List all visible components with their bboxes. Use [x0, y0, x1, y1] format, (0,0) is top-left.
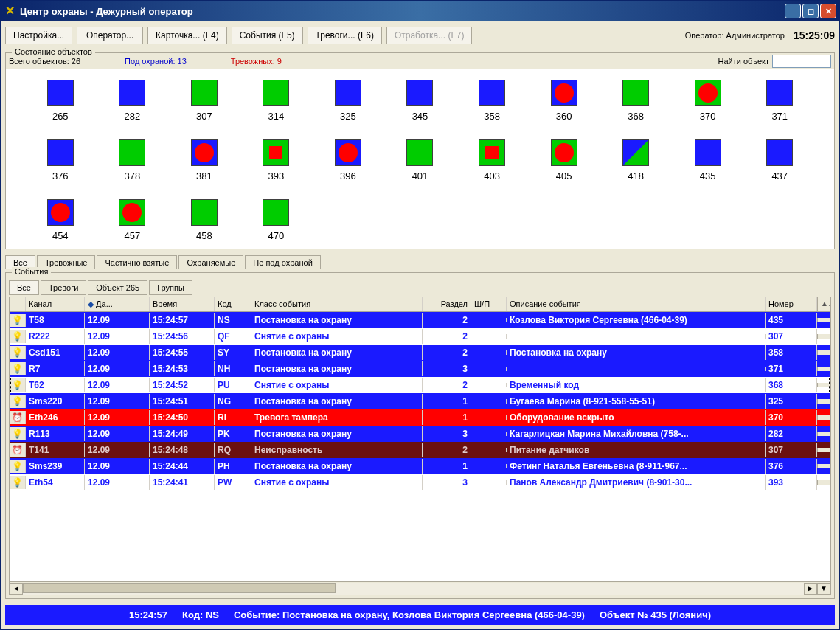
scroll-left-button[interactable]: ◄: [10, 583, 23, 595]
alarm-clock-icon: ⏰: [12, 412, 23, 423]
cell-class: Снятие с охраны: [251, 378, 423, 392]
col-code-header[interactable]: Код: [215, 297, 251, 311]
event-row[interactable]: 💡Csd15112.0915:24:55SYПостановка на охра…: [10, 345, 830, 361]
cell-desc: [507, 367, 766, 371]
vscroll-gutter[interactable]: [817, 318, 830, 322]
object-376[interactable]: 376: [28, 139, 93, 181]
event-tab-2[interactable]: Объект 265: [88, 280, 147, 295]
object-number-label: 401: [412, 170, 428, 181]
object-454[interactable]: 454: [28, 199, 93, 241]
object-square-icon: [766, 80, 793, 106]
event-row[interactable]: 💡R22212.0915:24:56QFСнятие с охраны2307: [10, 328, 830, 345]
object-number-label: 393: [268, 170, 285, 181]
event-row[interactable]: ⏰Eth24612.0915:24:50RIТревога тампера1Об…: [10, 409, 830, 426]
vscroll-gutter[interactable]: [817, 480, 830, 485]
object-360[interactable]: 360: [532, 80, 597, 122]
cell-desc: [507, 334, 766, 339]
horizontal-scrollbar[interactable]: ◄ ► ▼: [10, 581, 830, 595]
object-tab-4[interactable]: Не под охраной: [245, 255, 321, 269]
close-button[interactable]: ✕: [820, 4, 836, 18]
scroll-down-button[interactable]: ▼: [817, 583, 830, 595]
scroll-up-button[interactable]: ▲: [817, 297, 830, 311]
event-tab-0[interactable]: Все: [9, 280, 39, 295]
object-371[interactable]: 371: [747, 80, 812, 122]
event-row[interactable]: 💡Sms22012.0915:24:51NGПостановка на охра…: [10, 393, 830, 409]
vscroll-gutter[interactable]: [817, 464, 830, 468]
vscroll-gutter[interactable]: [817, 367, 830, 371]
vscroll-gutter[interactable]: [817, 399, 830, 404]
object-368[interactable]: 368: [603, 80, 668, 122]
titlebar: ✕ Центр охраны - Дежурный оператор _ ◻ ✕: [1, 1, 839, 21]
event-tab-3[interactable]: Группы: [149, 280, 192, 295]
vscroll-gutter[interactable]: [817, 334, 830, 339]
object-470[interactable]: 470: [244, 199, 309, 241]
cell-section: 2: [423, 313, 471, 328]
scroll-thumb[interactable]: [23, 583, 336, 593]
object-number-label: 360: [556, 111, 572, 122]
object-393[interactable]: 393: [244, 139, 309, 181]
object-403[interactable]: 403: [459, 139, 524, 181]
object-457[interactable]: 457: [100, 199, 165, 241]
cell-channel: T58: [26, 313, 85, 328]
operator-label: Оператор: Администратор: [685, 31, 785, 40]
scroll-right-button[interactable]: ►: [804, 583, 817, 595]
event-row[interactable]: 💡T6212.0915:24:52PUСнятие с охраны2Време…: [10, 377, 830, 393]
col-section-header[interactable]: Раздел: [423, 297, 471, 311]
object-325[interactable]: 325: [316, 80, 381, 122]
col-class-header[interactable]: Класс события: [251, 297, 423, 311]
maximize-button[interactable]: ◻: [802, 4, 819, 18]
events-groupbox: События ВсеТревогиОбъект 265Группы Канал…: [5, 272, 835, 599]
object-435[interactable]: 435: [676, 139, 740, 181]
event-tab-1[interactable]: Тревоги: [41, 280, 86, 295]
vscroll-gutter[interactable]: [817, 432, 830, 436]
vscroll-gutter[interactable]: [817, 415, 830, 420]
object-405[interactable]: 405: [532, 139, 597, 181]
event-row[interactable]: 💡Eth5412.0915:24:41PWСнятие с охраны3Пан…: [10, 474, 830, 491]
object-square-icon: [263, 80, 289, 106]
cell-desc: Панов Александр Дмитриевич (8-901-30...: [507, 475, 766, 490]
cell-time: 15:24:49: [150, 426, 215, 441]
object-265[interactable]: 265: [28, 80, 93, 122]
minimize-button[interactable]: _: [785, 4, 801, 18]
vscroll-gutter[interactable]: [817, 448, 830, 452]
toolbar-button-4[interactable]: Тревоги... (F6): [308, 27, 382, 44]
object-370[interactable]: 370: [676, 80, 740, 122]
event-row[interactable]: 💡T5812.0915:24:57NSПостановка на охрану2…: [10, 312, 830, 328]
object-378[interactable]: 378: [100, 139, 165, 181]
objects-groupbox: Состояние объектов Всего объектов: 26 По…: [5, 52, 835, 249]
col-icon-header[interactable]: [10, 297, 26, 311]
object-396[interactable]: 396: [316, 139, 381, 181]
toolbar-button-2[interactable]: Карточка... (F4): [147, 27, 227, 44]
find-object-input[interactable]: [772, 55, 831, 68]
object-tab-3[interactable]: Охраняемые: [178, 255, 243, 269]
col-shp-header[interactable]: Ш/П: [471, 297, 507, 311]
vscroll-gutter[interactable]: [817, 350, 830, 355]
table-body: 💡T5812.0915:24:57NSПостановка на охрану2…: [10, 312, 830, 581]
object-418[interactable]: 418: [603, 139, 668, 181]
col-desc-header[interactable]: Описание события: [507, 297, 766, 311]
object-345[interactable]: 345: [388, 80, 453, 122]
col-num-header[interactable]: Номер: [766, 297, 817, 311]
col-date-header[interactable]: ◆ Да...: [85, 297, 150, 311]
object-tab-2[interactable]: Частично взятые: [97, 255, 177, 269]
object-358[interactable]: 358: [459, 80, 524, 122]
event-row[interactable]: 💡R712.0915:24:53NHПостановка на охрану33…: [10, 361, 830, 377]
vscroll-gutter[interactable]: [817, 383, 830, 387]
event-row[interactable]: ⏰T14112.0915:24:48RQНеисправность2Питани…: [10, 442, 830, 458]
col-time-header[interactable]: Время: [150, 297, 215, 311]
event-row[interactable]: 💡R11312.0915:24:49PKПостановка на охрану…: [10, 426, 830, 442]
object-458[interactable]: 458: [172, 199, 237, 241]
toolbar-button-3[interactable]: События (F5): [232, 27, 303, 44]
cell-num: 368: [766, 378, 817, 392]
event-row[interactable]: 💡Sms23912.0915:24:44PHПостановка на охра…: [10, 458, 830, 474]
col-channel-header[interactable]: Канал: [26, 297, 85, 311]
toolbar-button-1[interactable]: Оператор...: [77, 27, 143, 44]
object-314[interactable]: 314: [244, 80, 309, 122]
object-437[interactable]: 437: [747, 139, 812, 181]
object-381[interactable]: 381: [172, 139, 237, 181]
scroll-track[interactable]: [23, 583, 804, 595]
toolbar-button-0[interactable]: Настройка...: [5, 27, 72, 44]
object-282[interactable]: 282: [100, 80, 165, 122]
object-307[interactable]: 307: [172, 80, 237, 122]
object-401[interactable]: 401: [388, 139, 453, 181]
